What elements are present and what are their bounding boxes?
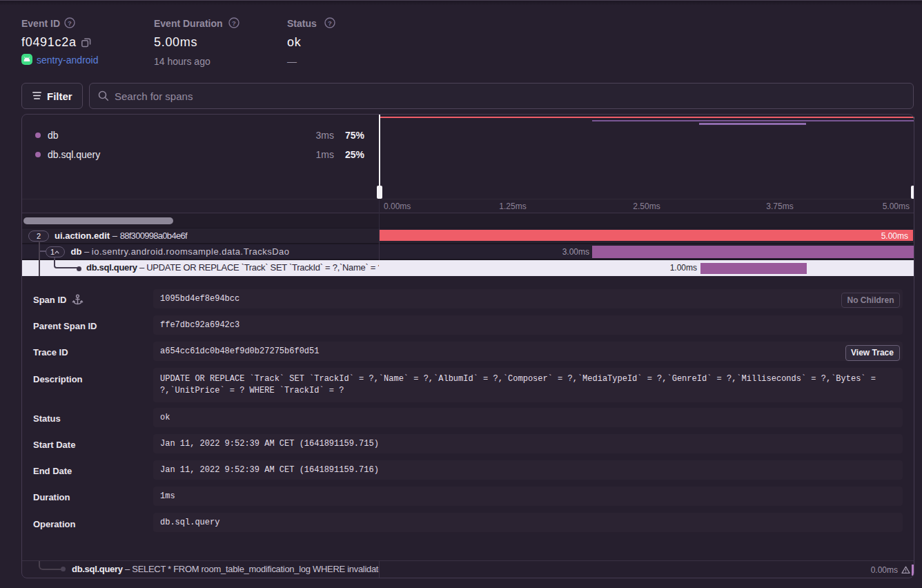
svg-text:?: ? [232,19,236,27]
svg-text:?: ? [328,19,332,27]
svg-text:?: ? [68,19,72,27]
